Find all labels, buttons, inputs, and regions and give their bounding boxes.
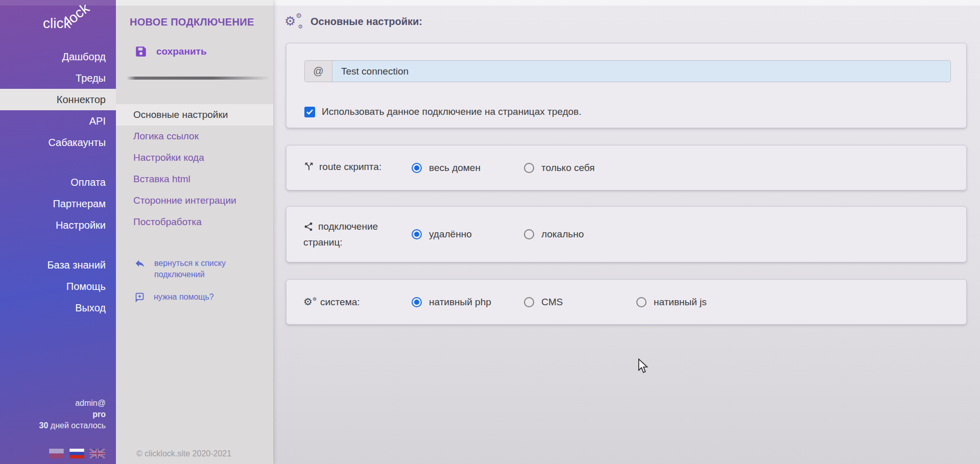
- sidebar-item[interactable]: Треды: [0, 67, 116, 89]
- system-label: ⚙⚙система:: [303, 295, 412, 309]
- panel-nav-item[interactable]: Логика ссылок: [116, 126, 273, 147]
- gears-icon: ⚙⚙⚙: [284, 13, 303, 30]
- main-sidebar: clicklock Дашборд Треды Коннектор API: [0, 0, 116, 464]
- call-split-icon: [303, 161, 315, 176]
- sidebar-item[interactable]: Настройки: [0, 214, 116, 236]
- radio-option-label: локально: [541, 229, 584, 240]
- sidebar-item[interactable]: Коннектор: [0, 89, 116, 110]
- radio-option-label: только себя: [541, 162, 595, 174]
- sidebar-item-label: Настройки: [56, 219, 106, 231]
- need-help-link[interactable]: нужна помощь?: [134, 291, 242, 303]
- user-days-left: 30 дней осталось: [39, 420, 106, 431]
- gear-icon: ⚙⚙: [303, 295, 316, 309]
- panel-nav-item-label: Вставка html: [133, 174, 190, 184]
- sidebar-item[interactable]: Дашборд: [0, 46, 116, 67]
- sidebar-item-label: Коннектор: [57, 94, 106, 105]
- radio-option-label: CMS: [541, 297, 563, 308]
- sidebar-item-label: Дашборд: [62, 51, 106, 62]
- english-flag[interactable]: [89, 449, 105, 458]
- sidebar-item-label: Помощь: [66, 281, 106, 292]
- radio-option[interactable]: весь домен: [412, 162, 524, 174]
- panel-nav-item[interactable]: Настройки кода: [116, 147, 273, 168]
- connection-name-input[interactable]: [332, 61, 950, 82]
- radio-option-label: удалённо: [429, 229, 472, 240]
- user-email: admin@: [39, 398, 106, 409]
- radio-option[interactable]: нативный php: [412, 297, 524, 308]
- help-link-label: нужна помощь?: [154, 291, 214, 303]
- sidebar-item-label: Партнерам: [53, 198, 106, 209]
- save-button[interactable]: сохранить: [134, 45, 207, 58]
- radio-option[interactable]: удалённо: [412, 229, 524, 240]
- panel-nav-item-label: Логика ссылок: [133, 131, 199, 141]
- radio-option-label: нативный php: [429, 297, 491, 308]
- at-addon: @: [305, 61, 332, 82]
- radio-icon[interactable]: [524, 297, 534, 307]
- connection-name-input-group: @: [304, 60, 951, 82]
- radio-icon[interactable]: [636, 297, 647, 307]
- checkbox-label: Использовать данное подключение на стран…: [322, 106, 581, 117]
- use-on-threads-row[interactable]: Использовать данное подключение на стран…: [304, 106, 581, 117]
- route-script-options: весь домен только себя: [412, 162, 636, 174]
- radio-option-label: весь домен: [429, 162, 481, 174]
- radio-option[interactable]: локально: [524, 229, 636, 240]
- radio-icon[interactable]: [412, 229, 422, 239]
- main-content: ⚙⚙⚙ Основные настройки: @ Использовать д…: [273, 0, 980, 464]
- system-options: нативный php CMS нативный js: [412, 297, 749, 308]
- connection-panel: НОВОЕ ПОДКЛЮЧЕНИЕ сохранить Основные нас…: [116, 0, 273, 464]
- panel-nav-item-label: Настройки кода: [133, 152, 204, 163]
- radio-option[interactable]: CMS: [524, 297, 636, 308]
- russian-flag[interactable]: [69, 449, 85, 458]
- radio-icon[interactable]: [524, 163, 534, 173]
- radio-option[interactable]: только себя: [524, 162, 636, 174]
- main-header-label: Основные настройки:: [310, 16, 422, 28]
- sidebar-item[interactable]: API: [0, 110, 116, 132]
- panel-nav-item[interactable]: Основные настройки: [116, 104, 273, 126]
- sidebar-item[interactable]: Оплата: [0, 172, 116, 193]
- checkbox-checked-icon[interactable]: [304, 107, 315, 117]
- sidebar-item[interactable]: База знаний: [0, 254, 116, 276]
- panel-nav-item-label: Сторонние интеграции: [133, 195, 236, 206]
- sidebar-nav: Дашборд Треды Коннектор API Сабакаунты: [0, 46, 116, 319]
- sidebar-item-label: API: [89, 115, 106, 127]
- sidebar-item[interactable]: Партнерам: [0, 193, 116, 214]
- add-comment-icon: [134, 291, 145, 302]
- back-link-label: вернуться к списку подключений: [154, 258, 242, 280]
- share-icon: [303, 222, 314, 235]
- panel-divider: [127, 77, 275, 80]
- pages-connection-card: подключение страниц: удалённо локально: [286, 206, 967, 262]
- pages-connection-label: подключение страниц:: [303, 219, 412, 249]
- main-section-header: ⚙⚙⚙ Основные настройки:: [284, 13, 422, 30]
- radio-icon[interactable]: [524, 229, 534, 239]
- sidebar-item[interactable]: Помощь: [0, 276, 116, 297]
- sidebar-item[interactable]: Сабакаунты: [0, 132, 116, 153]
- back-to-connections-link[interactable]: вернуться к списку подключений: [134, 258, 242, 280]
- sidebar-item-label: База знаний: [47, 259, 106, 271]
- panel-links: вернуться к списку подключений нужна пом…: [134, 258, 242, 314]
- user-block: admin@ pro 30 дней осталось: [39, 398, 106, 431]
- panel-nav-item[interactable]: Вставка html: [116, 168, 273, 190]
- panel-nav-item[interactable]: Сторонние интеграции: [116, 190, 273, 211]
- polish-flag[interactable]: [49, 449, 64, 458]
- route-script-card: route скрипта: весь домен только себя: [286, 145, 967, 190]
- sidebar-item-label: Треды: [76, 72, 106, 84]
- copyright-footer: © clicklock.site 2020-2021: [136, 449, 231, 458]
- panel-nav: Основные настройки Логика ссылок Настрой…: [116, 104, 273, 233]
- route-script-label: route скрипта:: [303, 160, 412, 176]
- sidebar-item-label: Выход: [75, 302, 106, 313]
- app-root: clicklock Дашборд Треды Коннектор API: [0, 0, 980, 464]
- radio-option-label: нативный js: [654, 297, 707, 308]
- radio-icon[interactable]: [412, 163, 422, 173]
- panel-nav-item[interactable]: Постобработка: [116, 211, 273, 233]
- radio-icon[interactable]: [412, 297, 422, 307]
- app-logo[interactable]: clicklock: [43, 15, 96, 32]
- language-flags: [49, 449, 105, 458]
- pages-connection-options: удалённо локально: [412, 229, 636, 240]
- panel-title: НОВОЕ ПОДКЛЮЧЕНИЕ: [130, 16, 254, 28]
- panel-nav-item-label: Постобработка: [133, 216, 202, 227]
- save-label: сохранить: [156, 46, 207, 57]
- floppy-save-icon: [134, 45, 148, 58]
- panel-nav-item-label: Основные настройки: [133, 109, 228, 120]
- radio-option[interactable]: нативный js: [636, 297, 749, 308]
- user-plan: pro: [39, 409, 106, 420]
- sidebar-item[interactable]: Выход: [0, 297, 116, 319]
